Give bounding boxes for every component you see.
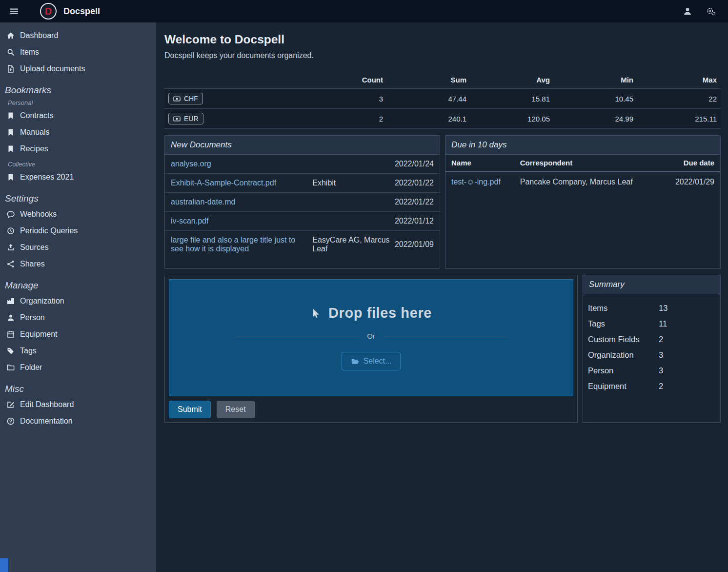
due-document-link[interactable]: test-☺-ing.pdf [451, 178, 501, 186]
summary-value: 13 [659, 300, 667, 316]
hamburger-menu-button[interactable] [7, 4, 21, 19]
sidebar-item-contracts[interactable]: Contracts [0, 107, 156, 124]
currency-code: EUR [184, 115, 199, 123]
stat-avg: 120.05 [470, 109, 554, 129]
sidebar-item-label: Equipment [20, 330, 58, 339]
due-date: 2022/01/29 [660, 172, 720, 192]
drop-title: Drop files here [310, 305, 432, 321]
upload-panel: Drop files here Or Select... [164, 275, 578, 423]
divider-line [236, 336, 359, 336]
document-link[interactable]: analyse.org [171, 160, 307, 168]
search-icon [7, 48, 15, 56]
sidebar-item-documentation[interactable]: Documentation [0, 413, 156, 429]
sidebar-item-label: Manuals [20, 128, 49, 137]
topbar: D Docspell [0, 0, 728, 22]
document-row: iv-scan.pdf 2022/01/12 [165, 211, 440, 230]
sidebar-item-label: Organization [20, 297, 64, 306]
share-icon [7, 260, 15, 268]
due-col-name: Name [445, 155, 514, 172]
bookmark-icon [7, 112, 15, 120]
sidebar-item-label: Edit Dashboard [20, 400, 74, 409]
sidebar: Dashboard Items Upload documents Bookmar… [0, 22, 156, 572]
document-link[interactable]: Exhibit-A-Sample-Contract.pdf [171, 179, 307, 187]
section-title-misc: Misc [0, 384, 156, 394]
document-row: australian-date.md 2022/01/22 [165, 192, 440, 211]
stat-max: 215.11 [637, 109, 721, 129]
sidebar-item-recipes[interactable]: Recipes [0, 141, 156, 157]
sidebar-item-label: Documentation [20, 417, 73, 426]
summary-label: Tags [588, 316, 659, 331]
sidebar-item-label: Shares [20, 260, 45, 268]
or-label: Or [367, 332, 375, 340]
reset-button[interactable]: Reset [217, 401, 255, 418]
upload-icon [7, 244, 15, 251]
app-title: Docspell [63, 6, 100, 17]
sidebar-item-periodic-queries[interactable]: Periodic Queries [0, 223, 156, 239]
sidebar-item-person[interactable]: Person [0, 309, 156, 326]
corner-decoration [0, 558, 8, 572]
sidebar-item-webhooks[interactable]: Webhooks [0, 206, 156, 223]
select-files-button[interactable]: Select... [342, 352, 401, 370]
document-date: 2022/01/24 [395, 160, 434, 168]
user-menu-button[interactable] [680, 4, 695, 19]
stat-count: 2 [303, 109, 387, 129]
summary-label: Equipment [588, 378, 659, 394]
sidebar-item-equipment[interactable]: Equipment [0, 326, 156, 343]
due-table: Name Correspondent Due date test-☺-ing.p… [445, 155, 720, 192]
stat-min: 10.45 [554, 89, 637, 109]
stats-col-count: Count [303, 73, 387, 89]
stat-count: 3 [303, 89, 387, 109]
stat-sum: 47.44 [387, 89, 470, 109]
file-dropzone[interactable]: Drop files here Or Select... [169, 279, 573, 396]
sidebar-item-tags[interactable]: Tags [0, 343, 156, 359]
sidebar-item-organization[interactable]: Organization [0, 293, 156, 309]
sidebar-item-label: Person [20, 313, 45, 322]
document-link[interactable]: large file and also a large title just t… [171, 236, 307, 253]
summary-row-equipment: Equipment 2 [587, 378, 716, 394]
edit-icon [7, 401, 15, 409]
new-documents-panel: New Documents analyse.org 2022/01/24 Exh… [164, 135, 440, 269]
due-header-row: Name Correspondent Due date [445, 155, 720, 172]
summary-value: 2 [659, 378, 663, 394]
section-title-bookmarks: Bookmarks [0, 85, 156, 96]
drop-label: Drop files here [328, 305, 432, 321]
bookmark-group-personal: Personal [0, 99, 156, 106]
sidebar-item-label: Items [20, 48, 39, 57]
sidebar-item-upload-documents[interactable]: Upload documents [0, 61, 156, 77]
summary-row-person: Person 3 [587, 363, 716, 378]
currency-badge: CHF [168, 93, 203, 104]
bottom-row: Drop files here Or Select... [164, 275, 721, 423]
folder-icon [7, 364, 15, 371]
sidebar-item-label: Expenses 2021 [20, 173, 74, 182]
sidebar-item-items[interactable]: Items [0, 44, 156, 61]
due-panel-title: Due in 10 days [445, 136, 720, 155]
bookmark-group-collective: Collective [0, 161, 156, 168]
sidebar-item-expenses-2021[interactable]: Expenses 2021 [0, 169, 156, 185]
section-title-manage: Manage [0, 280, 156, 291]
sidebar-item-label: Contracts [20, 111, 53, 120]
sidebar-item-folder[interactable]: Folder [0, 359, 156, 376]
select-files-label: Select... [364, 357, 392, 366]
document-row: Exhibit-A-Sample-Contract.pdf Exhibit 20… [165, 173, 440, 192]
sidebar-item-label: Recipes [20, 144, 48, 153]
sidebar-item-manuals[interactable]: Manuals [0, 124, 156, 141]
document-link[interactable]: iv-scan.pdf [171, 217, 307, 225]
sidebar-item-dashboard[interactable]: Dashboard [0, 27, 156, 44]
document-link[interactable]: australian-date.md [171, 198, 307, 206]
document-date: 2022/01/22 [395, 179, 434, 187]
stats-header-row: Count Sum Avg Min Max [164, 73, 721, 89]
document-row: large file and also a large title just t… [165, 230, 440, 258]
sidebar-item-edit-dashboard[interactable]: Edit Dashboard [0, 396, 156, 413]
summary-label: Person [588, 363, 659, 378]
page-subtitle: Docspell keeps your documents organized. [164, 51, 721, 60]
gears-icon [707, 7, 715, 16]
settings-menu-button[interactable] [704, 4, 718, 19]
sidebar-item-shares[interactable]: Shares [0, 256, 156, 272]
submit-button[interactable]: Submit [169, 401, 211, 418]
briefcase-icon [7, 330, 15, 338]
section-title-settings: Settings [0, 193, 156, 204]
sidebar-item-sources[interactable]: Sources [0, 239, 156, 256]
summary-row-items: Items 13 [587, 300, 716, 316]
stats-col-avg: Avg [470, 73, 554, 89]
bookmark-icon [7, 145, 15, 153]
